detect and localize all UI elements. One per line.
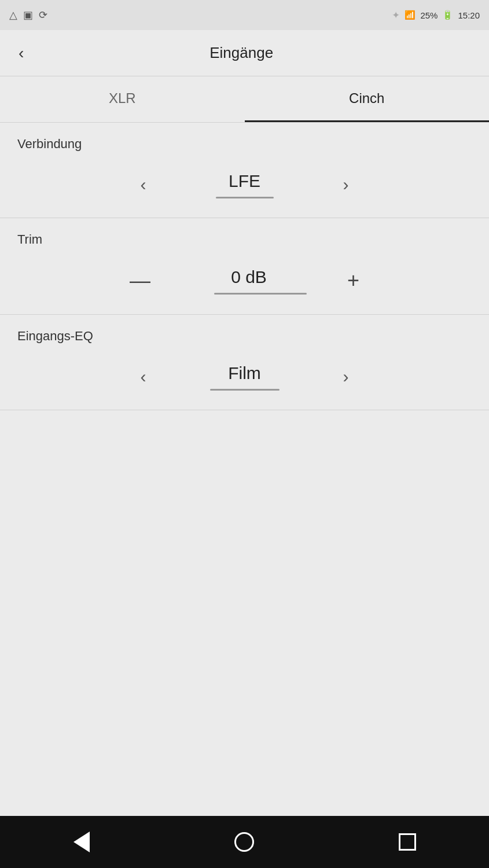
tab-cinch[interactable]: Cinch [245, 76, 490, 122]
nav-recents-icon [399, 833, 416, 851]
trim-control: — 0 dB + [0, 253, 489, 314]
nav-recents-button[interactable] [390, 825, 425, 859]
verbindung-value-wrapper: LFE [181, 171, 308, 198]
notification-icon: △ [9, 9, 17, 21]
time: 15:20 [458, 10, 480, 20]
bluetooth-icon: ✦ [392, 9, 400, 21]
nav-home-button[interactable] [227, 825, 262, 859]
trim-section: Trim — 0 dB + [0, 218, 489, 315]
bottom-navigation [0, 816, 489, 868]
trim-value: 0 dB [231, 267, 267, 287]
verbindung-section: Verbindung ‹ LFE › [0, 123, 489, 218]
trim-decrease-button[interactable]: — [118, 264, 162, 297]
sync-icon: ⟳ [39, 9, 47, 21]
tab-xlr[interactable]: XLR [0, 76, 245, 122]
verbindung-control: ‹ LFE › [0, 157, 489, 218]
eingangs-eq-indicator [210, 389, 280, 391]
status-bar: △ ▣ ⟳ ✦ 📶 25% 🔋 15:20 [0, 0, 489, 30]
page-title: Eingänge [42, 44, 440, 62]
battery-icon: 🔋 [442, 10, 453, 20]
trim-indicator [214, 293, 307, 295]
verbindung-indicator [216, 197, 274, 198]
back-button[interactable]: ‹ [14, 39, 28, 67]
eingangs-eq-control: ‹ Film › [0, 350, 489, 410]
app-bar: ‹ Eingänge [0, 30, 489, 76]
eingangs-eq-value: Film [228, 363, 261, 383]
tab-bar: XLR Cinch [0, 76, 489, 123]
nav-home-icon [234, 832, 254, 852]
eingangs-eq-next-button[interactable]: › [332, 361, 361, 392]
signal-icon: 📶 [405, 10, 416, 20]
trim-value-wrapper: 0 dB [185, 267, 312, 295]
eingangs-eq-value-wrapper: Film [181, 363, 308, 391]
nav-back-button[interactable] [64, 825, 99, 859]
status-bar-left: △ ▣ ⟳ [9, 9, 47, 21]
verbindung-label: Verbindung [0, 123, 489, 157]
eingangs-eq-section: Eingangs-EQ ‹ Film › [0, 315, 489, 410]
nav-back-icon [73, 832, 90, 852]
trim-increase-button[interactable]: + [336, 264, 371, 297]
image-icon: ▣ [23, 9, 33, 21]
verbindung-value: LFE [229, 171, 260, 191]
status-bar-right: ✦ 📶 25% 🔋 15:20 [392, 9, 480, 21]
verbindung-next-button[interactable]: › [332, 169, 361, 200]
verbindung-prev-button[interactable]: ‹ [129, 169, 158, 200]
eingangs-eq-prev-button[interactable]: ‹ [129, 361, 158, 392]
eingangs-eq-label: Eingangs-EQ [0, 315, 489, 350]
trim-label: Trim [0, 218, 489, 253]
battery-percent: 25% [420, 10, 437, 20]
content-area: Verbindung ‹ LFE › Trim — 0 dB + Eingang… [0, 123, 489, 816]
